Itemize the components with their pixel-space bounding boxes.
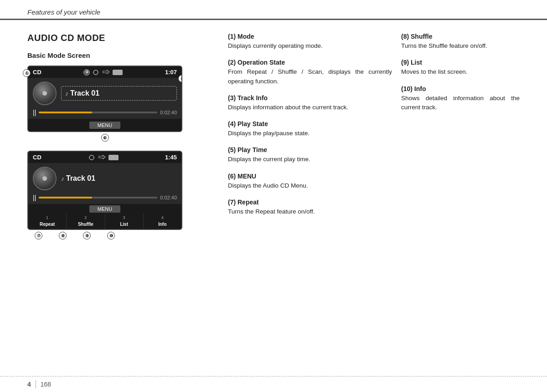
feature-7-title: (7) Repeat (228, 199, 392, 206)
screen1-time: 1:07 (165, 69, 177, 76)
screen2: CD 1:45 (27, 151, 182, 230)
screen1-menu-bar: MENU (28, 119, 181, 131)
feature-7: (7) Repeat Turns the Repeat feature on/o… (228, 199, 392, 216)
feature-3-title: (3) Track Info (228, 94, 392, 102)
op-state-icon-2 (108, 155, 119, 160)
feature-5: (5) Play Time Displays the current play … (228, 146, 392, 164)
header-title: Features of your vehicle (27, 8, 100, 16)
target-icon-2 (88, 154, 96, 161)
feature-8: (8) Shuffle Turns the Shuffle feature on… (401, 33, 520, 51)
screen1-progress: ④ || 0:02:40 ⑤ (28, 107, 181, 119)
screen2-topbar: CD 1:45 (28, 152, 181, 163)
screen2-track-label: Track 01 (66, 174, 95, 183)
feature-9-desc: Moves to the list screen. (401, 67, 520, 76)
screen1-play-time: 0:02:40 (160, 110, 177, 115)
screen1-wrapper: ① CD ② (27, 66, 182, 142)
feature-5-desc: Displays the current play time. (228, 155, 392, 164)
screen1-play-state: || (33, 109, 36, 116)
subsection-title: Basic Mode Screen (27, 51, 219, 59)
screen2-track-name: ♪ Track 01 (61, 174, 177, 183)
feature-1: (1) Mode Displays currently operating mo… (228, 33, 392, 51)
feature-1-desc: Displays currently operating mode. (228, 41, 392, 51)
label-6: ⑥ (27, 134, 182, 142)
screen2-time: 1:45 (165, 154, 177, 161)
tab-info[interactable]: 4 Info (144, 214, 181, 229)
cd-disc-1 (33, 81, 57, 105)
feature-9-title: (9) List (401, 59, 520, 66)
feature-10-title: (10) Info (401, 85, 520, 92)
screen1-track-info: ♪ Track 01 (61, 86, 177, 101)
feature-6: (6) MENU Displays the Audio CD Menu. (228, 173, 392, 190)
screen2-mode: CD (33, 154, 41, 161)
screen1-progress-bar (39, 112, 157, 113)
feature-10-desc: Shows detailed information about the cur… (401, 94, 520, 112)
screen2-play-time: 0:02:40 (160, 195, 177, 200)
feature-2-title: (2) Operation State (228, 59, 392, 66)
screen2-progress-bar (39, 197, 157, 199)
label-3: ③ (178, 75, 182, 82)
feature-8-title: (8) Shuffle (401, 33, 520, 40)
svg-point-0 (93, 70, 98, 75)
mid-column: (1) Mode Displays currently operating mo… (219, 33, 392, 245)
repeat-icon-2 (98, 154, 107, 161)
left-column: AUDIO CD MODE Basic Mode Screen ① CD ② (27, 33, 219, 245)
target-icon (92, 69, 100, 76)
screen1: CD ② (27, 66, 182, 132)
feature-9: (9) List Moves to the list screen. (401, 59, 520, 76)
footer-page: 168 (41, 381, 51, 388)
screen1-progress-fill (39, 112, 92, 113)
music-note-icon-2: ♪ (61, 175, 64, 182)
bottom-labels: ⑦ ⑧ ⑨ ⑩ (27, 230, 182, 239)
screen1-track-label: Track 01 (70, 89, 99, 97)
screen2-tabs: 1 Repeat 2 Shuffle 3 List 4 Info (28, 214, 181, 229)
label-10: ⑩ (107, 232, 115, 239)
label-9: ⑨ (83, 232, 91, 239)
screen2-play-state: || (33, 194, 36, 201)
svg-point-5 (89, 155, 94, 160)
page-header: Features of your vehicle (0, 0, 547, 20)
repeat-icon (102, 69, 111, 76)
screen2-wrapper: CD 1:45 (27, 151, 182, 239)
feature-4: (4) Play State Displays the play/pause s… (228, 120, 392, 138)
label-1: ① (23, 69, 31, 77)
footer-divider (36, 380, 36, 388)
feature-6-title: (6) MENU (228, 173, 392, 180)
music-note-icon: ♪ (65, 90, 68, 97)
screen1-icons: ② (83, 69, 123, 76)
right-column: (8) Shuffle Turns the Shuffle feature on… (392, 33, 520, 245)
tab-list[interactable]: 3 List (105, 214, 144, 229)
cd-disc-2 (33, 167, 57, 190)
feature-3-desc: Displays information about the current t… (228, 103, 392, 112)
screen2-track-info: ♪ Track 01 (61, 174, 177, 183)
label-7: ⑦ (35, 232, 42, 239)
feature-5-title: (5) Play Time (228, 146, 392, 153)
screen2-progress: || 0:02:40 (28, 192, 181, 204)
screen2-menu-bar: MENU (28, 204, 181, 214)
menu-button-label-2[interactable]: MENU (89, 205, 120, 213)
feature-8-desc: Turns the Shuffle feature on/off. (401, 41, 520, 51)
tab-repeat[interactable]: 1 Repeat (28, 214, 67, 229)
feature-2-desc: From Repeat / Shuffle / Scan, displays t… (228, 67, 392, 86)
screen1-topbar: CD ② (28, 66, 181, 78)
screen1-mode: CD (33, 69, 41, 76)
feature-10: (10) Info Shows detailed information abo… (401, 85, 520, 112)
tab-shuffle[interactable]: 2 Shuffle (67, 214, 105, 229)
screen1-track-name: ♪ Track 01 (65, 89, 173, 97)
section-title: AUDIO CD MODE (27, 33, 219, 43)
feature-1-title: (1) Mode (228, 33, 392, 40)
feature-2: (2) Operation State From Repeat / Shuffl… (228, 59, 392, 86)
feature-4-desc: Displays the play/pause state. (228, 129, 392, 138)
label-2-inline: ② (83, 69, 90, 76)
feature-3: (3) Track Info Displays information abou… (228, 94, 392, 112)
main-content: AUDIO CD MODE Basic Mode Screen ① CD ② (0, 20, 547, 254)
screen2-progress-fill (39, 197, 92, 199)
feature-4-title: (4) Play State (228, 120, 392, 127)
operation-state-icon (113, 70, 123, 75)
screen2-body: ♪ Track 01 (28, 163, 181, 192)
page-footer: 4 168 (0, 376, 547, 392)
feature-6-desc: Displays the Audio CD Menu. (228, 181, 392, 190)
screen2-icons (88, 154, 119, 161)
feature-7-desc: Turns the Repeat feature on/off. (228, 207, 392, 216)
menu-button-label[interactable]: MENU (89, 122, 120, 129)
footer-chapter: 4 (27, 381, 31, 388)
